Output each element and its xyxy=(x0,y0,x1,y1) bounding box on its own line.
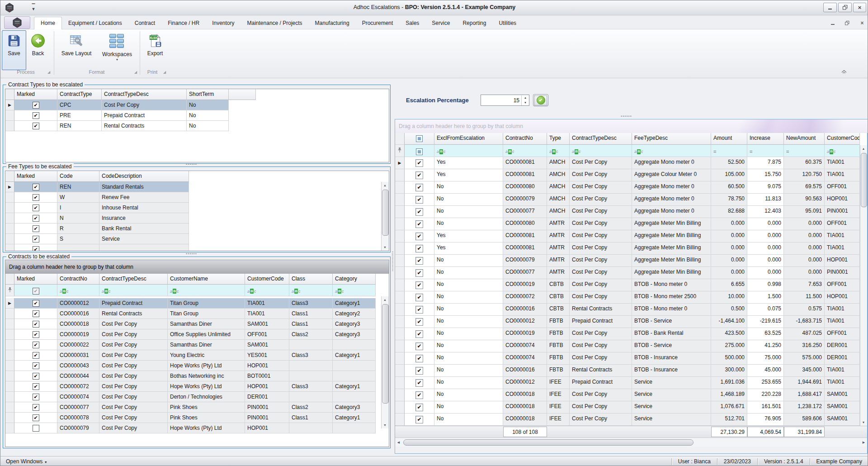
filter-cell[interactable]: aBc xyxy=(547,145,570,157)
splitter-grip[interactable]: •••••• xyxy=(621,115,632,117)
table-row[interactable]: ✔CO0000074Cost Per CopyDerton / Technolo… xyxy=(5,392,376,402)
filter-cell[interactable]: aBc xyxy=(245,285,289,296)
ribbon-collapse-icon[interactable] xyxy=(840,68,849,76)
mdi-close-icon[interactable]: × xyxy=(856,19,868,27)
filter-cell[interactable]: ✔ xyxy=(14,285,57,296)
scroll-down-icon[interactable]: ▼ xyxy=(860,419,867,426)
checkbox-checked-icon[interactable]: ✔ xyxy=(415,330,423,338)
application-button[interactable] xyxy=(4,16,30,29)
filter-cell[interactable]: aBc xyxy=(570,145,632,157)
checkbox-checked-icon[interactable]: ✔ xyxy=(415,355,423,362)
contracts-groupby-bar[interactable]: Drag a column header here to group by th… xyxy=(5,260,389,274)
column-header-class[interactable]: Class xyxy=(289,274,333,285)
table-row[interactable]: ✔NInsurance xyxy=(5,213,189,223)
column-header-newamount[interactable]: NewAmount xyxy=(784,133,825,145)
checkbox-checked-icon[interactable]: ✔ xyxy=(415,159,423,167)
table-row[interactable]: ✔NoCO0000016CBTBRental ContractsBTOB - M… xyxy=(395,304,860,316)
checkbox-checked-icon[interactable]: ✔ xyxy=(415,379,423,387)
spin-up-icon[interactable]: ▲ xyxy=(522,95,529,100)
checkbox-checked-icon[interactable]: ✔ xyxy=(415,233,423,240)
checkbox-checked-icon[interactable]: ✔ xyxy=(33,236,39,243)
table-row[interactable]: ✔NoCO0000072CBTBCost Per CopyBTOB - Mono… xyxy=(395,291,860,304)
column-header-feetypedesc[interactable]: FeeTypeDesc xyxy=(632,133,711,145)
checkbox-unchecked-icon[interactable] xyxy=(33,425,39,432)
export-button[interactable]: XLSX Export xyxy=(143,31,167,57)
column-header-customername[interactable]: CustomerName xyxy=(168,274,245,285)
checkbox-checked-icon[interactable]: ✔ xyxy=(33,225,39,232)
column-header-customercode[interactable]: CustomerCode xyxy=(245,274,289,285)
scroll-down-icon[interactable]: ▼ xyxy=(382,244,388,251)
checkbox-checked-icon[interactable]: ✔ xyxy=(33,414,39,421)
checkbox-checked-icon[interactable]: ✔ xyxy=(33,394,39,400)
save-button[interactable]: Save xyxy=(3,31,25,57)
checkbox-checked-icon[interactable]: ✔ xyxy=(33,383,39,390)
mdi-minimize-icon[interactable] xyxy=(827,19,839,27)
tab-sales[interactable]: Sales xyxy=(399,17,425,29)
checkbox-checked-icon[interactable]: ✔ xyxy=(415,367,423,375)
table-row[interactable]: ✔NoCO0000012FBTBPrepaid ContractBTOB - S… xyxy=(395,316,860,328)
column-header-marked[interactable]: Marked xyxy=(14,171,57,182)
checkbox-checked-icon[interactable]: ✔ xyxy=(415,391,423,399)
scroll-down-icon[interactable]: ▼ xyxy=(382,422,388,428)
checkbox-checked-icon[interactable]: ✔ xyxy=(415,269,423,277)
column-header-code[interactable]: Code xyxy=(57,171,99,182)
table-row[interactable]: ✔NoCO0000019CBTBCost Per CopyBTOB - Mono… xyxy=(395,279,860,291)
scroll-thumb[interactable] xyxy=(861,153,867,207)
table-row[interactable]: ✔CO0000022Cost Per CopySamanthas DinerSA… xyxy=(5,340,376,350)
table-row[interactable]: ✔NoCO0000077AMCHCost Per CopyAggregate M… xyxy=(395,206,860,218)
checkbox-checked-icon[interactable]: ✔ xyxy=(33,342,39,348)
checkbox-checked-icon[interactable]: ✔ xyxy=(33,184,39,190)
filter-cell[interactable]: aBc xyxy=(503,145,547,157)
table-row[interactable]: ✔NoCO0000077AMTRCost Per CopyAggregate M… xyxy=(395,267,860,279)
tab-maintenance-projects[interactable]: Maintenance / Projects xyxy=(241,17,309,29)
checkbox-checked-icon[interactable]: ✔ xyxy=(415,220,423,228)
filter-cell[interactable]: aBc xyxy=(168,285,245,296)
table-row[interactable]: ✔ xyxy=(5,244,189,251)
select-all-checkbox-icon[interactable] xyxy=(416,135,423,142)
checkbox-checked-icon[interactable]: ✔ xyxy=(415,342,423,350)
table-row[interactable]: ✔CO0000019Cost Per CopyOffice Supplies U… xyxy=(5,329,376,340)
save-layout-button[interactable]: Save Layout xyxy=(58,31,94,57)
checkbox-checked-icon[interactable]: ✔ xyxy=(415,171,423,179)
table-row[interactable]: ✔RENRental ContractsNo xyxy=(5,121,229,131)
table-row[interactable]: ✔CO0000072Cost Per CopyHope Works (Pty) … xyxy=(5,381,376,392)
tab-service[interactable]: Service xyxy=(425,17,456,29)
table-row[interactable]: ✔CO0000016Rental ContractsTitan GroupTIA… xyxy=(5,309,376,319)
restore-button[interactable] xyxy=(838,3,852,12)
table-row[interactable]: ✔IInhouse Rental xyxy=(5,203,189,213)
table-row[interactable]: ✔CO0000044Cost Per CopyBothas Networking… xyxy=(5,371,376,381)
table-row[interactable]: ✔NoCO0000080AMTRCost Per CopyAggregate M… xyxy=(395,218,860,230)
checkbox-checked-icon[interactable]: ✔ xyxy=(33,246,39,252)
table-row[interactable]: ✔NoCO0000016FBTBRental ContractsBTOB - I… xyxy=(395,365,860,377)
checkbox-checked-icon[interactable]: ✔ xyxy=(415,404,423,411)
workspaces-button[interactable]: Workspaces ▼ xyxy=(98,31,136,61)
column-header-exclfromescalation[interactable]: ExclFromEscalation xyxy=(434,133,503,145)
format-dialog-launcher-icon[interactable]: ◢ xyxy=(134,70,139,75)
splitter-grip[interactable] xyxy=(392,252,393,272)
filter-cell[interactable]: = xyxy=(711,145,747,157)
checkbox-checked-icon[interactable]: ✔ xyxy=(415,184,423,191)
table-row[interactable]: ✔CO0000031Cost Per CopyYoung ElectricYES… xyxy=(5,350,376,361)
filter-cell[interactable]: = xyxy=(747,145,784,157)
escalations-grid-hscrollbar[interactable]: ◀ ▶ xyxy=(395,437,867,447)
column-header-marked[interactable]: Marked xyxy=(14,89,57,100)
table-row[interactable]: ✔NoCO0000018IFEECost Per CopyService1,07… xyxy=(395,401,860,414)
table-row[interactable]: ✔SService xyxy=(5,234,189,244)
column-header-type[interactable]: Type xyxy=(547,133,570,145)
checkbox-checked-icon[interactable]: ✔ xyxy=(33,194,39,201)
table-row[interactable]: ✔NoCO0000018IFEECost Per CopyService512.… xyxy=(395,414,860,426)
tab-procurement[interactable]: Procurement xyxy=(356,17,400,29)
table-row[interactable]: CO0000079Cost Per CopyHope Works (Pty) L… xyxy=(5,423,376,433)
checkbox-checked-icon[interactable]: ✔ xyxy=(33,310,39,317)
apply-escalation-button[interactable]: ✔ xyxy=(533,94,548,106)
checkbox-checked-icon[interactable]: ✔ xyxy=(33,102,39,109)
checkbox-checked-icon[interactable]: ✔ xyxy=(415,294,423,301)
table-row[interactable]: ✔PREPrepaid ContractNo xyxy=(5,110,229,121)
checkbox-checked-icon[interactable]: ✔ xyxy=(33,373,39,380)
back-button[interactable]: Back xyxy=(28,31,48,57)
column-header-category[interactable]: Category xyxy=(333,274,376,285)
column-header-customercode[interactable]: CustomerCode xyxy=(825,133,860,145)
filter-cell[interactable]: aBc xyxy=(57,285,99,296)
escalation-percentage-input[interactable]: 15 ▲ ▼ xyxy=(481,95,529,106)
filter-cell[interactable]: aBc xyxy=(434,145,503,157)
